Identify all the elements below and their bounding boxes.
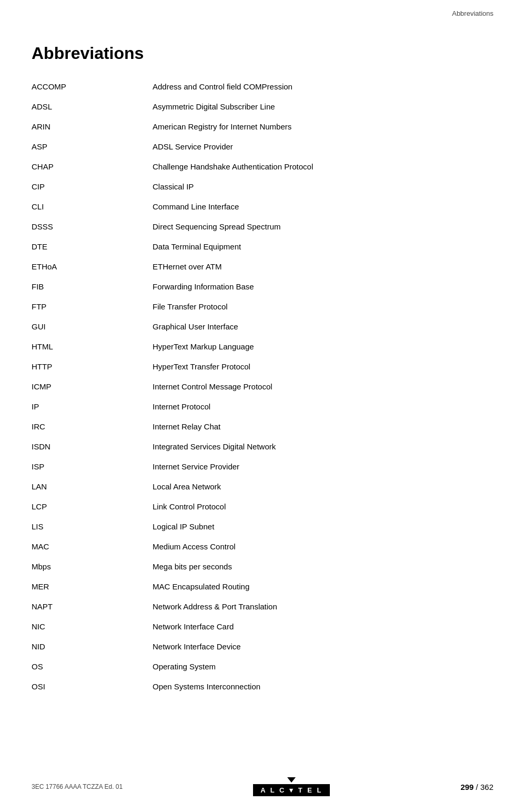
abbrev-value: Network Interface Device <box>153 639 493 659</box>
table-row: DTEData Terminal Equipment <box>32 239 493 259</box>
top-header: Abbreviations <box>0 0 525 23</box>
abbrev-key: Mbps <box>32 559 153 579</box>
abbrev-value: Asymmetric Digital Subscriber Line <box>153 99 493 119</box>
table-row: LISLogical IP Subnet <box>32 519 493 539</box>
abbrev-value: MAC Encapsulated Routing <box>153 579 493 599</box>
table-row: NIDNetwork Interface Device <box>32 639 493 659</box>
abbrev-value: Classical IP <box>153 179 493 199</box>
abbrev-key: ARIN <box>32 119 153 139</box>
abbrev-key: CHAP <box>32 159 153 179</box>
abbrev-value: Open Systems Interconnection <box>153 679 493 699</box>
table-row: CHAPChallenge Handshake Authentication P… <box>32 159 493 179</box>
abbrev-key: ACCOMP <box>32 79 153 99</box>
table-row: GUIGraphical User Interface <box>32 319 493 339</box>
abbrev-key: DSSS <box>32 219 153 239</box>
header-title: Abbreviations <box>452 9 493 17</box>
abbrev-value: ADSL Service Provider <box>153 139 493 159</box>
abbrev-value: Data Terminal Equipment <box>153 239 493 259</box>
page-container: Abbreviations Abbreviations ACCOMPAddres… <box>0 0 525 812</box>
abbrev-key: HTTP <box>32 359 153 379</box>
footer-doc-id: 3EC 17766 AAAA TCZZA Ed. 01 <box>32 783 123 790</box>
table-row: ASPADSL Service Provider <box>32 139 493 159</box>
abbrev-key: CLI <box>32 199 153 219</box>
table-row: LCPLink Control Protocol <box>32 499 493 519</box>
abbrev-value: Address and Control field COMPression <box>153 79 493 99</box>
abbrev-value: Mega bits per seconds <box>153 559 493 579</box>
table-row: OSOperating System <box>32 659 493 679</box>
main-content: Abbreviations ACCOMPAddress and Control … <box>0 23 525 741</box>
footer-left: 3EC 17766 AAAA TCZZA Ed. 01 <box>32 783 123 790</box>
logo-triangle-icon <box>287 777 296 783</box>
page-number: 299 / 362 <box>460 783 493 791</box>
logo-text: A L C ▾ T E L <box>253 784 330 796</box>
table-row: ICMPInternet Control Message Protocol <box>32 379 493 399</box>
table-row: OSIOpen Systems Interconnection <box>32 679 493 699</box>
table-row: ACCOMPAddress and Control field COMPress… <box>32 79 493 99</box>
abbrev-key: ICMP <box>32 379 153 399</box>
abbrev-value: American Registry for Internet Numbers <box>153 119 493 139</box>
abbrev-key: NID <box>32 639 153 659</box>
table-row: ADSLAsymmetric Digital Subscriber Line <box>32 99 493 119</box>
table-row: HTMLHyperText Markup Language <box>32 339 493 359</box>
abbrev-key: ASP <box>32 139 153 159</box>
table-row: MERMAC Encapsulated Routing <box>32 579 493 599</box>
abbrev-key: LCP <box>32 499 153 519</box>
abbrev-value: Internet Protocol <box>153 399 493 419</box>
abbrev-value: HyperText Transfer Protocol <box>153 359 493 379</box>
abbrev-key: ISDN <box>32 439 153 459</box>
table-row: ETHoAETHernet over ATM <box>32 259 493 279</box>
page-footer: 3EC 17766 AAAA TCZZA Ed. 01 A L C ▾ T E … <box>0 777 525 796</box>
abbrev-key: DTE <box>32 239 153 259</box>
abbrev-value: Internet Control Message Protocol <box>153 379 493 399</box>
table-row: FIBForwarding Information Base <box>32 279 493 299</box>
table-row: NAPTNetwork Address & Port Translation <box>32 599 493 619</box>
abbrev-key: LAN <box>32 479 153 499</box>
table-row: ISDNIntegrated Services Digital Network <box>32 439 493 459</box>
footer-logo: A L C ▾ T E L <box>253 777 330 796</box>
abbrev-key: NAPT <box>32 599 153 619</box>
abbrev-key: ISP <box>32 459 153 479</box>
table-row: IPInternet Protocol <box>32 399 493 419</box>
abbrev-value: Logical IP Subnet <box>153 519 493 539</box>
abbrev-key: IP <box>32 399 153 419</box>
table-row: MACMedium Access Control <box>32 539 493 559</box>
abbrev-key: MAC <box>32 539 153 559</box>
abbrev-key: CIP <box>32 179 153 199</box>
abbrev-value: Local Area Network <box>153 479 493 499</box>
abbrev-key: OSI <box>32 679 153 699</box>
abbrev-key: MER <box>32 579 153 599</box>
abbrev-key: FTP <box>32 299 153 319</box>
abbrev-value: ETHernet over ATM <box>153 259 493 279</box>
table-row: MbpsMega bits per seconds <box>32 559 493 579</box>
page-title: Abbreviations <box>32 44 493 63</box>
abbrev-value: Internet Relay Chat <box>153 419 493 439</box>
abbreviations-table: ACCOMPAddress and Control field COMPress… <box>32 79 493 699</box>
abbrev-key: IRC <box>32 419 153 439</box>
footer-page-number: 299 / 362 <box>460 783 493 791</box>
abbrev-value: Link Control Protocol <box>153 499 493 519</box>
abbrev-value: Network Address & Port Translation <box>153 599 493 619</box>
abbrev-value: Command Line Interface <box>153 199 493 219</box>
table-row: CIPClassical IP <box>32 179 493 199</box>
table-row: LANLocal Area Network <box>32 479 493 499</box>
abbrev-value: Direct Sequencing Spread Spectrum <box>153 219 493 239</box>
abbrev-key: HTML <box>32 339 153 359</box>
abbrev-value: Medium Access Control <box>153 539 493 559</box>
table-row: HTTPHyperText Transfer Protocol <box>32 359 493 379</box>
abbrev-value: Integrated Services Digital Network <box>153 439 493 459</box>
abbrev-key: OS <box>32 659 153 679</box>
table-row: ISPInternet Service Provider <box>32 459 493 479</box>
abbrev-value: Operating System <box>153 659 493 679</box>
abbrev-value: Graphical User Interface <box>153 319 493 339</box>
table-row: ARINAmerican Registry for Internet Numbe… <box>32 119 493 139</box>
abbrev-key: ETHoA <box>32 259 153 279</box>
abbrev-key: ADSL <box>32 99 153 119</box>
abbrev-key: NIC <box>32 619 153 639</box>
table-row: DSSSDirect Sequencing Spread Spectrum <box>32 219 493 239</box>
abbrev-value: Forwarding Information Base <box>153 279 493 299</box>
table-row: IRCInternet Relay Chat <box>32 419 493 439</box>
table-row: NICNetwork Interface Card <box>32 619 493 639</box>
abbrev-value: Internet Service Provider <box>153 459 493 479</box>
abbrev-key: LIS <box>32 519 153 539</box>
abbrev-value: Network Interface Card <box>153 619 493 639</box>
